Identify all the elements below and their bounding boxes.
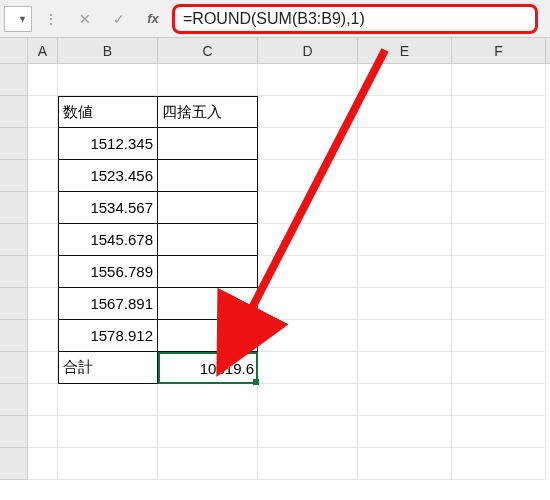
cell[interactable] (28, 288, 58, 320)
cell[interactable]: 四捨五入 (158, 96, 258, 128)
cell[interactable] (358, 320, 452, 352)
cell[interactable] (452, 384, 546, 416)
cell[interactable] (58, 64, 158, 96)
row-header[interactable] (0, 320, 28, 352)
cell[interactable] (452, 192, 546, 224)
cell[interactable] (358, 352, 452, 384)
cell[interactable] (358, 192, 452, 224)
cell[interactable] (158, 256, 258, 288)
cell[interactable] (258, 352, 358, 384)
cell[interactable] (28, 448, 58, 480)
cell[interactable] (452, 416, 546, 448)
cell[interactable] (158, 224, 258, 256)
cell[interactable] (452, 256, 546, 288)
cell[interactable] (28, 128, 58, 160)
cell[interactable] (258, 64, 358, 96)
name-box[interactable]: ▼ (4, 6, 32, 32)
col-header-e[interactable]: E (358, 38, 452, 63)
cell[interactable]: 1567.891 (58, 288, 158, 320)
cell[interactable] (358, 128, 452, 160)
select-all-corner[interactable] (0, 38, 28, 63)
cell[interactable] (58, 384, 158, 416)
formula-input[interactable]: =ROUND(SUM(B3:B9),1) (172, 4, 538, 34)
cell[interactable] (358, 256, 452, 288)
cell[interactable]: 1578.912 (58, 320, 158, 352)
cell[interactable]: 1556.789 (58, 256, 158, 288)
cell[interactable] (258, 96, 358, 128)
cell[interactable] (158, 448, 258, 480)
cell[interactable] (258, 384, 358, 416)
cell[interactable]: 1523.456 (58, 160, 158, 192)
cell[interactable] (28, 320, 58, 352)
cell[interactable]: 1512.345 (58, 128, 158, 160)
cell[interactable] (452, 224, 546, 256)
cell[interactable] (358, 448, 452, 480)
row-header[interactable] (0, 224, 28, 256)
row-header[interactable] (0, 256, 28, 288)
cell[interactable] (158, 128, 258, 160)
cell[interactable] (158, 64, 258, 96)
row-header[interactable] (0, 288, 28, 320)
cell[interactable] (258, 288, 358, 320)
cell[interactable] (28, 192, 58, 224)
cell[interactable] (452, 128, 546, 160)
cell[interactable] (58, 416, 158, 448)
row-header[interactable] (0, 448, 28, 480)
row-header[interactable] (0, 416, 28, 448)
cell[interactable] (358, 160, 452, 192)
cancel-icon[interactable]: ✕ (70, 6, 100, 32)
fill-handle[interactable] (253, 379, 259, 385)
cell[interactable] (28, 416, 58, 448)
cell[interactable] (452, 352, 546, 384)
row-header[interactable] (0, 192, 28, 224)
row-header[interactable] (0, 128, 28, 160)
cell[interactable] (452, 160, 546, 192)
col-header-f[interactable]: F (452, 38, 546, 63)
cell[interactable] (452, 96, 546, 128)
accept-icon[interactable]: ✓ (104, 6, 134, 32)
cell[interactable] (28, 160, 58, 192)
cell[interactable] (358, 96, 452, 128)
cell[interactable] (452, 64, 546, 96)
cell[interactable]: 1545.678 (58, 224, 158, 256)
cell[interactable]: 数値 (58, 96, 158, 128)
cell[interactable] (158, 192, 258, 224)
row-header[interactable] (0, 352, 28, 384)
col-header-c[interactable]: C (158, 38, 258, 63)
row-header[interactable] (0, 384, 28, 416)
cell[interactable] (452, 320, 546, 352)
cell[interactable] (258, 128, 358, 160)
cell[interactable] (158, 320, 258, 352)
cell[interactable] (158, 384, 258, 416)
cell[interactable] (28, 96, 58, 128)
selected-cell[interactable]: 10819.6 (158, 352, 258, 384)
cell[interactable] (158, 288, 258, 320)
cell[interactable] (258, 224, 358, 256)
col-header-d[interactable]: D (258, 38, 358, 63)
cell[interactable] (28, 64, 58, 96)
cell[interactable] (28, 352, 58, 384)
cell[interactable] (258, 320, 358, 352)
cell[interactable] (452, 448, 546, 480)
cell[interactable] (158, 160, 258, 192)
cell[interactable] (358, 288, 452, 320)
col-header-b[interactable]: B (58, 38, 158, 63)
cell[interactable]: 1534.567 (58, 192, 158, 224)
cell[interactable] (58, 448, 158, 480)
cell[interactable] (358, 224, 452, 256)
cell[interactable] (452, 288, 546, 320)
cell[interactable] (358, 64, 452, 96)
cell[interactable] (28, 256, 58, 288)
cell[interactable] (358, 416, 452, 448)
cell[interactable] (28, 224, 58, 256)
cell[interactable] (258, 256, 358, 288)
row-header[interactable] (0, 64, 28, 96)
total-label-cell[interactable]: 合計 (58, 352, 158, 384)
row-header[interactable] (0, 96, 28, 128)
cell[interactable] (258, 192, 358, 224)
row-header[interactable] (0, 160, 28, 192)
cell[interactable] (258, 160, 358, 192)
fx-icon[interactable]: fx (138, 6, 168, 32)
col-header-a[interactable]: A (28, 38, 58, 63)
cell[interactable] (358, 384, 452, 416)
